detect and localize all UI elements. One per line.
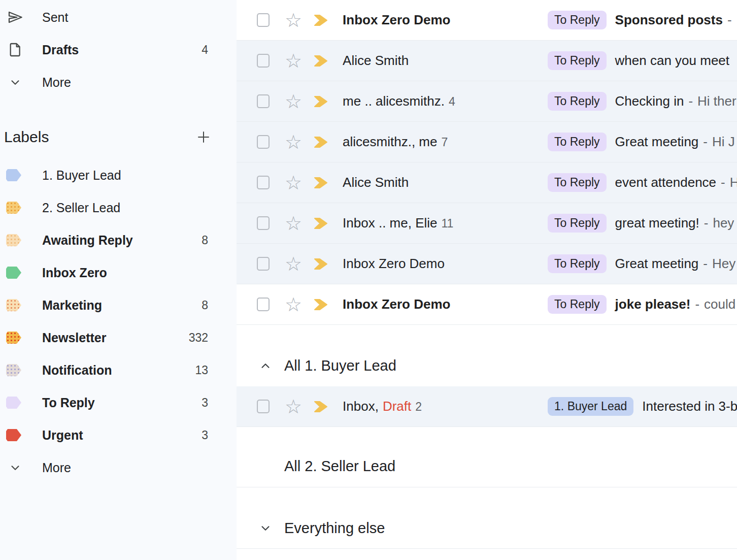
label-name: Marketing	[42, 298, 202, 313]
select-checkbox[interactable]	[257, 13, 270, 27]
email-row[interactable]: ☆ me .. alicesmithz.4 To Reply Checking …	[237, 81, 737, 122]
label-name: Awaiting Reply	[42, 233, 202, 248]
label-tag-icon	[6, 202, 21, 214]
select-checkbox[interactable]	[257, 216, 270, 230]
label-badge[interactable]: To Reply	[548, 295, 606, 314]
importance-marker-icon[interactable]	[313, 216, 328, 230]
label-tag-icon	[6, 299, 21, 311]
section-seller-lead: All 2. Seller Lead	[237, 427, 737, 487]
label-tag-icon	[6, 267, 21, 279]
select-checkbox[interactable]	[257, 400, 270, 413]
email-row[interactable]: ☆ Inbox,Draft2 1. Buyer Lead Interested …	[237, 386, 737, 427]
select-checkbox[interactable]	[257, 135, 270, 149]
label-badge[interactable]: To Reply	[548, 214, 606, 233]
email-snippet: Hi ther	[697, 93, 736, 109]
email-content: To Reply Great meeting - Hi J	[548, 133, 737, 151]
importance-marker-icon[interactable]	[313, 135, 328, 149]
sidebar-label-inbox-zero[interactable]: Inbox Zero	[0, 256, 237, 289]
label-name: Urgent	[42, 428, 202, 443]
separator: -	[721, 175, 725, 190]
email-sender: me .. alicesmithz.4	[343, 93, 548, 109]
sidebar-label-awaiting-reply[interactable]: Awaiting Reply 8	[0, 224, 237, 256]
star-icon[interactable]: ☆	[285, 397, 302, 416]
sidebar-label-newsletter[interactable]: Newsletter 332	[0, 321, 237, 354]
sidebar-item-more[interactable]: More	[0, 66, 237, 98]
sidebar: Sent Drafts 4 More Labels	[0, 0, 237, 560]
label-badge[interactable]: To Reply	[548, 92, 606, 111]
email-subject: Sponsored posts	[615, 12, 723, 28]
star-icon[interactable]: ☆	[285, 92, 302, 111]
importance-marker-icon[interactable]	[313, 400, 328, 414]
sidebar-item-drafts[interactable]: Drafts 4	[0, 34, 237, 66]
label-tag-icon	[6, 429, 21, 441]
select-checkbox[interactable]	[257, 94, 270, 108]
label-badge[interactable]: To Reply	[548, 11, 606, 29]
importance-marker-icon[interactable]	[313, 94, 328, 109]
separator: -	[703, 256, 708, 272]
select-checkbox[interactable]	[257, 298, 270, 311]
email-content: To Reply Great meeting - Hey	[548, 254, 737, 273]
importance-marker-icon[interactable]	[313, 298, 328, 312]
label-tag-icon	[6, 234, 21, 246]
label-badge[interactable]: To Reply	[548, 254, 606, 273]
star-icon[interactable]: ☆	[285, 11, 302, 30]
select-checkbox[interactable]	[257, 54, 270, 68]
email-row[interactable]: ☆ Inbox Zero Demo To Reply Sponsored pos…	[237, 0, 737, 41]
label-count: 3	[202, 396, 208, 410]
email-row[interactable]: ☆ Inbox .. me, Elie11 To Reply great mee…	[237, 203, 737, 244]
email-subject: great meeting!	[615, 215, 699, 231]
star-icon[interactable]: ☆	[285, 254, 302, 274]
star-icon[interactable]: ☆	[285, 214, 302, 233]
label-count: 332	[189, 331, 208, 345]
email-sender: Alice Smith	[343, 175, 548, 190]
separator: -	[727, 12, 732, 28]
email-row[interactable]: ☆ alicesmithz., me7 To Reply Great meeti…	[237, 122, 737, 162]
sidebar-label-to-reply[interactable]: To Reply 3	[0, 386, 237, 419]
star-icon[interactable]: ☆	[285, 51, 302, 71]
star-icon[interactable]: ☆	[285, 133, 302, 152]
star-icon[interactable]: ☆	[285, 295, 302, 314]
add-label-button[interactable]	[196, 129, 211, 145]
chevron-up-icon[interactable]	[259, 359, 272, 373]
email-sender: Inbox Zero Demo	[343, 256, 548, 272]
email-subject: joke please!	[615, 297, 691, 312]
select-checkbox[interactable]	[257, 176, 270, 189]
label-badge[interactable]: To Reply	[548, 173, 606, 192]
chevron-down-icon[interactable]	[259, 521, 272, 535]
label-name: 2. Seller Lead	[42, 201, 208, 215]
label-badge[interactable]: To Reply	[548, 51, 606, 70]
email-subject: Checking in	[615, 93, 684, 109]
sidebar-label-urgent[interactable]: Urgent 3	[0, 419, 237, 451]
chevron-down-icon	[7, 74, 23, 90]
sidebar-label-seller-lead[interactable]: 2. Seller Lead	[0, 191, 237, 224]
label-badge[interactable]: 1. Buyer Lead	[548, 397, 633, 416]
select-checkbox[interactable]	[257, 257, 270, 271]
label-name: Inbox Zero	[42, 266, 208, 280]
email-sender: Inbox .. me, Elie11	[343, 215, 548, 231]
separator: -	[688, 93, 693, 109]
importance-marker-icon[interactable]	[313, 176, 328, 190]
importance-marker-icon[interactable]	[313, 257, 328, 271]
email-row[interactable]: ☆ Alice Smith To Reply when can you meet	[237, 41, 737, 81]
label-name: Newsletter	[42, 331, 189, 345]
email-row[interactable]: ☆ Inbox Zero Demo To Reply joke please! …	[237, 284, 737, 325]
section-title: All 2. Seller Lead	[284, 458, 395, 475]
label-badge[interactable]: To Reply	[548, 133, 606, 151]
email-row[interactable]: ☆ Alice Smith To Reply event attendence …	[237, 162, 737, 203]
importance-marker-icon[interactable]	[313, 54, 328, 68]
label-tag-icon	[6, 397, 21, 409]
sidebar-label-buyer-lead[interactable]: 1. Buyer Lead	[0, 159, 237, 191]
email-sender: alicesmithz., me7	[343, 134, 548, 150]
sidebar-item-sent[interactable]: Sent	[0, 1, 237, 34]
sidebar-item-label: Drafts	[42, 43, 202, 57]
email-row[interactable]: ☆ Inbox Zero Demo To Reply Great meeting…	[237, 244, 737, 284]
star-icon[interactable]: ☆	[285, 173, 302, 192]
email-snippet: hey	[713, 215, 734, 231]
label-name: Notification	[42, 363, 195, 378]
sidebar-labels-more[interactable]: More	[0, 451, 237, 484]
sidebar-label-marketing[interactable]: Marketing 8	[0, 289, 237, 321]
importance-marker-icon[interactable]	[313, 13, 328, 27]
label-count: 8	[202, 234, 208, 247]
email-subject: when can you meet	[615, 53, 729, 69]
sidebar-label-notification[interactable]: Notification 13	[0, 354, 237, 386]
